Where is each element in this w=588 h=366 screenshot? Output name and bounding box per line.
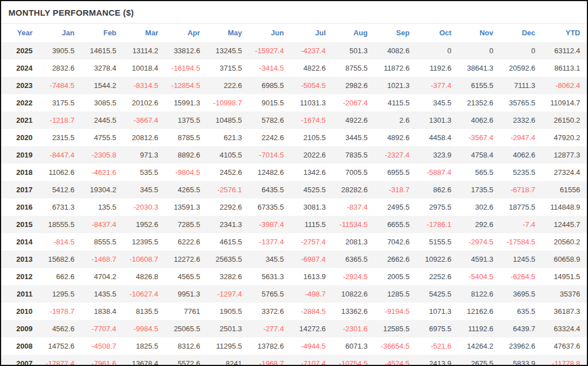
- value-cell-jul: -2757.4: [291, 233, 333, 251]
- panel-title: MONTHLY PERFORMANCE ($): [1, 1, 587, 24]
- value-cell-jun: 13782.6: [249, 337, 291, 355]
- value-cell-dec: 6439.7: [500, 320, 542, 337]
- value-cell-dec: -2947.4: [500, 129, 542, 146]
- value-cell-oct: 2252.6: [416, 268, 458, 285]
- value-cell-ytd: 86113.1: [542, 59, 587, 77]
- value-cell-apr: 8785.5: [165, 129, 207, 146]
- value-cell-jun: 5631.3: [249, 268, 291, 285]
- value-cell-jan: -17877.4: [39, 355, 81, 366]
- value-cell-dec: 18775.5: [500, 198, 542, 216]
- value-cell-aug: 7005.5: [333, 164, 375, 181]
- value-cell-oct: 6975.5: [416, 320, 458, 337]
- year-cell: 2007: [1, 355, 39, 366]
- value-cell-may: 222.6: [207, 77, 249, 94]
- column-header-jan[interactable]: Jan: [39, 24, 81, 42]
- column-header-aug[interactable]: Aug: [333, 24, 375, 42]
- value-cell-ytd: -8062.4: [542, 77, 587, 94]
- table-row-2023: 2023-7484.51544.2-8314.5-12854.5222.6698…: [1, 77, 587, 94]
- value-cell-mar: 4826.8: [123, 268, 165, 285]
- value-cell-ytd: 61556: [542, 181, 587, 198]
- value-cell-nov: 292.6: [458, 216, 500, 233]
- value-cell-may: 4615.5: [207, 233, 249, 251]
- table-row-2018: 201811062.6-4621.6535.5-9804.52452.61248…: [1, 164, 587, 181]
- value-cell-feb: -4508.7: [81, 337, 123, 355]
- value-cell-apr: 8892.6: [165, 146, 207, 164]
- value-cell-ytd: 36187.3: [542, 303, 587, 320]
- value-cell-feb: 1544.2: [81, 77, 123, 94]
- value-cell-apr: -9804.5: [165, 164, 207, 181]
- column-header-dec[interactable]: Dec: [500, 24, 542, 42]
- value-cell-may: 4105.5: [207, 146, 249, 164]
- value-cell-oct: 5155.5: [416, 233, 458, 251]
- table-row-2020: 20202315.54755.520812.68785.5621.32242.6…: [1, 129, 587, 146]
- value-cell-dec: -6718.7: [500, 181, 542, 198]
- value-cell-jul: -498.7: [291, 285, 333, 303]
- value-cell-feb: 19304.2: [81, 181, 123, 198]
- value-cell-may: 8241: [207, 355, 249, 366]
- value-cell-feb: -7707.4: [81, 320, 123, 337]
- value-cell-jan: 662.6: [39, 268, 81, 285]
- value-cell-jul: 2105.5: [291, 129, 333, 146]
- column-header-jul[interactable]: Jul: [291, 24, 333, 42]
- value-cell-jun: 9015.5: [249, 94, 291, 112]
- value-cell-feb: -1468.7: [81, 251, 123, 268]
- value-cell-dec: 23962.6: [500, 337, 542, 355]
- value-cell-jan: 4562.6: [39, 320, 81, 337]
- value-cell-jan: -1218.7: [39, 112, 81, 129]
- value-cell-feb: 14615.5: [81, 42, 123, 59]
- value-cell-jul: 4525.5: [291, 181, 333, 198]
- value-cell-aug: 8755.5: [333, 59, 375, 77]
- table-row-2021: 2021-1218.72445.5-3667.41375.510485.5578…: [1, 112, 587, 129]
- value-cell-apr: -16194.5: [165, 59, 207, 77]
- value-cell-jul: -7107.4: [291, 355, 333, 366]
- value-cell-jan: 6731.3: [39, 198, 81, 216]
- column-header-mar[interactable]: Mar: [123, 24, 165, 42]
- column-header-nov[interactable]: Nov: [458, 24, 500, 42]
- value-cell-nov: 1735.5: [458, 181, 500, 198]
- value-cell-mar: 13678.4: [123, 355, 165, 366]
- column-header-year[interactable]: Year: [1, 24, 39, 42]
- value-cell-may: 3282.6: [207, 268, 249, 285]
- value-cell-aug: 2081.3: [333, 233, 375, 251]
- value-cell-nov: 565.5: [458, 164, 500, 181]
- value-cell-jun: 2242.6: [249, 129, 291, 146]
- column-header-apr[interactable]: Apr: [165, 24, 207, 42]
- column-header-oct[interactable]: Oct: [416, 24, 458, 42]
- value-cell-apr: 5572.6: [165, 355, 207, 366]
- value-cell-apr: 7285.5: [165, 216, 207, 233]
- value-cell-dec: 2332.6: [500, 112, 542, 129]
- value-cell-mar: -10608.7: [123, 251, 165, 268]
- value-cell-may: 621.3: [207, 129, 249, 146]
- value-cell-sep: -36654.5: [374, 337, 416, 355]
- value-cell-oct: 1071.3: [416, 303, 458, 320]
- year-cell: 2017: [1, 181, 39, 198]
- value-cell-jun: 345.5: [249, 251, 291, 268]
- table-row-2007: 2007-17877.4-7961.613678.45572.68241-196…: [1, 355, 587, 366]
- column-header-ytd[interactable]: YTD: [542, 24, 587, 42]
- value-cell-feb: 4704.2: [81, 268, 123, 285]
- value-cell-apr: 25065.5: [165, 320, 207, 337]
- column-header-sep[interactable]: Sep: [374, 24, 416, 42]
- value-cell-sep: 2.6: [374, 112, 416, 129]
- year-cell: 2022: [1, 94, 39, 112]
- value-cell-jan: 3175.5: [39, 94, 81, 112]
- value-cell-oct: -1786.1: [416, 216, 458, 233]
- column-header-may[interactable]: May: [207, 24, 249, 42]
- value-cell-ytd: 12877.3: [542, 146, 587, 164]
- column-header-feb[interactable]: Feb: [81, 24, 123, 42]
- value-cell-aug: 3445.5: [333, 129, 375, 146]
- year-cell: 2016: [1, 198, 39, 216]
- value-cell-may: -1297.4: [207, 285, 249, 303]
- value-cell-feb: 135.5: [81, 198, 123, 216]
- value-cell-jun: -15927.4: [249, 42, 291, 59]
- value-cell-mar: 1825.5: [123, 337, 165, 355]
- column-header-jun[interactable]: Jun: [249, 24, 291, 42]
- value-cell-aug: 4922.6: [333, 112, 375, 129]
- table-row-2010: 2010-1978.71838.48135.577611905.53372.6-…: [1, 303, 587, 320]
- value-cell-jul: -1674.5: [291, 112, 333, 129]
- value-cell-jun: 6985.5: [249, 77, 291, 94]
- value-cell-may: 2341.3: [207, 216, 249, 233]
- value-cell-ytd: 20560.2: [542, 233, 587, 251]
- value-cell-dec: 7111.3: [500, 77, 542, 94]
- value-cell-nov: 8122.6: [458, 285, 500, 303]
